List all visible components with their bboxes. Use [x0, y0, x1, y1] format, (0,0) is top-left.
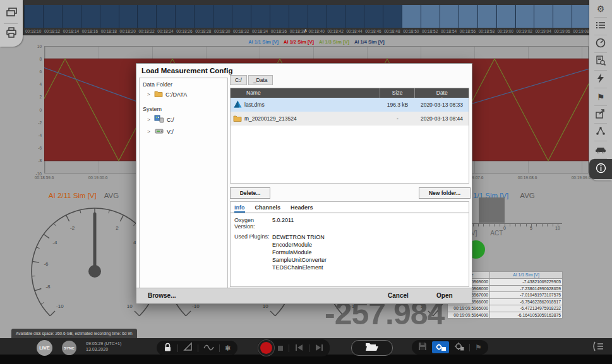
table-row[interactable]: 00:19:09.5965000-6.472134975918232	[447, 305, 563, 312]
skip-end-icon[interactable]	[315, 343, 323, 354]
sidebar-item-instruments[interactable]	[589, 35, 612, 52]
save-setup-icon[interactable]	[454, 342, 464, 353]
timeline-segment[interactable]: 00:18:22	[137, 5, 156, 28]
timeline-segment[interactable]: 00:18:30	[213, 5, 232, 28]
open-folder-icon	[365, 342, 379, 354]
timeline-segment[interactable]: 00:18:46	[364, 5, 383, 28]
column-header-name[interactable]: Name	[231, 88, 380, 98]
timeline-segment[interactable]: 00:18:16	[81, 5, 100, 28]
table-cell-time: 00:19:09.5965000	[447, 305, 490, 312]
timeline-segment[interactable]: 00:18:24	[156, 5, 175, 28]
record-button[interactable]	[260, 342, 272, 354]
waveform-icon[interactable]	[203, 343, 214, 354]
timeline-segment[interactable]: 00:18:10	[24, 5, 43, 28]
live-badge[interactable]: LIVE	[37, 340, 52, 356]
y-axis-tick: -2	[27, 120, 42, 125]
gauge-title-row: AI 2/11 Sim [V] AVG	[25, 192, 142, 199]
collapse-chevron-icon[interactable]: ∧	[304, 28, 308, 33]
timeline-segment[interactable]: 00:18:28	[194, 5, 213, 28]
timeline-segment[interactable]: 00:18:58	[477, 5, 496, 28]
cancel-button[interactable]: Cancel	[388, 292, 409, 299]
set-square-icon[interactable]	[183, 342, 193, 354]
skip-start-icon[interactable]	[295, 343, 303, 354]
sidebar-item-export[interactable]	[589, 106, 612, 123]
column-header-date[interactable]: Date▲	[414, 88, 469, 98]
table-row[interactable]: 00:19:09.5964000-6.1641053059163875	[447, 312, 563, 319]
browse-button[interactable]: Browse...	[148, 292, 176, 299]
file-info-panel: Info Channels Headers Oxygen Version: 5.…	[230, 201, 469, 287]
tab-info[interactable]: Info	[234, 204, 245, 213]
meter-stat-label: AVG	[520, 192, 534, 199]
timeline-segment[interactable]: 00:18:50	[402, 5, 421, 28]
sidebar-item-markers[interactable]: ⚑	[589, 88, 612, 105]
sidebar-item-topology[interactable]	[589, 124, 612, 141]
stop-button[interactable]	[278, 346, 283, 351]
timeline-segment[interactable]: 00:19:06	[553, 5, 572, 28]
timeline-segment[interactable]: 00:19:04	[534, 5, 553, 28]
timeline-segment[interactable]: 00:18:14	[62, 5, 81, 28]
timeline-segment[interactable]: 00:19:08	[572, 5, 591, 28]
timeline-segment[interactable]: 00:18:34	[251, 5, 270, 28]
save-icon[interactable]	[418, 342, 427, 353]
delete-button[interactable]: Delete...	[230, 187, 270, 199]
timeline-segment[interactable]: 00:18:40	[308, 5, 327, 28]
bar-meter-value[interactable]	[479, 197, 505, 223]
new-folder-button[interactable]: New folder...	[419, 187, 471, 199]
tree-item-drive-c[interactable]: > C:/	[147, 115, 227, 124]
timeline-segment[interactable]: 00:18:54	[440, 5, 459, 28]
timeline-overview[interactable]: 00:18:1000:18:1200:18:1400:18:1600:18:18…	[24, 5, 591, 28]
legend-entry: AI 1/4 Sim [V]	[354, 39, 385, 45]
timeline-segment[interactable]: 00:18:18	[100, 5, 119, 28]
screen-controls-tab	[0, 0, 23, 47]
load-setup-button[interactable]	[432, 341, 449, 353]
version-value: 5.0.2011	[272, 217, 294, 230]
divider	[4, 23, 18, 24]
tree-item-drive-v[interactable]: > V:/	[147, 127, 227, 136]
lock-icon[interactable]	[163, 342, 172, 355]
file-list-header[interactable]: Name Size Date▲	[231, 88, 469, 98]
open-button[interactable]: Open	[436, 292, 453, 299]
timeline-segment[interactable]: 00:19:02	[515, 5, 534, 28]
timeline-segment[interactable]: 00:18:38	[289, 5, 308, 28]
print-icon[interactable]	[5, 26, 18, 42]
timeline-segment[interactable]: 00:18:56	[459, 5, 477, 28]
breadcrumb-data[interactable]: _Data	[248, 75, 273, 85]
tree-item-label: V:/	[167, 129, 174, 135]
timeline-segment[interactable]: 00:18:12	[43, 5, 62, 28]
timeline-segment[interactable]: 00:19:00	[496, 5, 515, 28]
tree-item-data-folder[interactable]: > C:/DATA	[147, 90, 227, 98]
open-data-file-button[interactable]	[351, 340, 393, 356]
screen-mode-icon[interactable]	[590, 341, 605, 354]
sync-badge[interactable]: SYNC	[62, 341, 76, 355]
timeline-segment[interactable]: 00:18:44	[345, 5, 364, 28]
expand-arrow-icon[interactable]: >	[147, 91, 152, 97]
timeline-segment[interactable]: 00:18:36	[270, 5, 289, 28]
sidebar-item-system-info[interactable]	[589, 159, 612, 179]
tab-channels[interactable]: Channels	[255, 204, 281, 213]
breadcrumb-root[interactable]: C:/	[230, 75, 247, 85]
sidebar-item-channel-list[interactable]	[589, 18, 612, 35]
column-header-size[interactable]: Size	[380, 88, 415, 98]
file-row-measurement-folder[interactable]: m_20200129_213524 - 2020-03-13 08:44	[231, 112, 469, 126]
sidebar-item-settings[interactable]: ⚙	[589, 0, 612, 17]
marker-flag-icon[interactable]: ⚑	[475, 343, 482, 352]
screens-icon[interactable]	[5, 6, 18, 21]
timeline-segment[interactable]: 00:18:52	[421, 5, 440, 28]
sidebar-item-vehicle[interactable]	[589, 141, 612, 158]
expand-arrow-icon[interactable]: >	[147, 117, 152, 122]
timeline-segment[interactable]: 00:18:48	[383, 5, 402, 28]
timeline-segment[interactable]: 00:18:32	[232, 5, 251, 28]
tab-headers[interactable]: Headers	[291, 204, 313, 213]
file-row-last-dms[interactable]: last.dms 196.3 kB 2020-03-13 08:33	[231, 98, 469, 112]
freeze-icon[interactable]: ❄	[225, 344, 231, 353]
export-icon	[596, 109, 606, 121]
network-drive-icon	[154, 127, 164, 136]
sidebar-item-reports[interactable]	[589, 53, 612, 70]
sidebar-item-triggers[interactable]	[589, 71, 612, 88]
legend-entry: AI 1/1 Sim [V]	[248, 39, 279, 45]
timeline-segment[interactable]: 00:18:20	[119, 5, 138, 28]
timeline-timestamp: 00:18:26	[176, 29, 192, 33]
timeline-segment[interactable]: 00:18:42	[327, 5, 345, 28]
expand-arrow-icon[interactable]: >	[147, 129, 152, 134]
timeline-segment[interactable]: 00:18:26	[175, 5, 194, 28]
